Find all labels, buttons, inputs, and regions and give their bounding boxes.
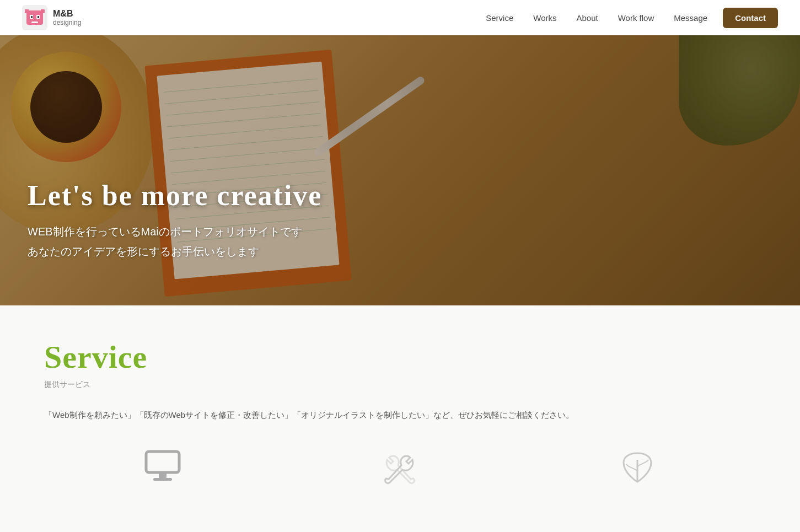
service-icon-fix — [380, 449, 419, 487]
contact-button[interactable]: Contact — [723, 8, 778, 28]
svg-rect-5 — [37, 16, 39, 18]
hero-subtitle: WEB制作を行っているMaiのポートフォリオサイトです あなたのアイデアを形にす… — [28, 222, 322, 261]
service-title-en: Service — [44, 338, 756, 375]
nav-works[interactable]: Works — [524, 9, 565, 27]
svg-rect-9 — [146, 452, 179, 472]
hero-overlay — [0, 35, 800, 305]
svg-rect-4 — [31, 16, 33, 18]
brand-sub: designing — [53, 19, 81, 26]
wrench-icon — [380, 449, 419, 487]
nav-service[interactable]: Service — [477, 9, 522, 27]
svg-rect-11 — [153, 478, 172, 481]
logo-icon — [22, 5, 47, 30]
hero-subtitle-line2: あなたのアイデアを形にするお手伝いをします — [28, 245, 259, 257]
service-description: 「Web制作を頼みたい」「既存のWebサイトを修正・改善したい」「オリジナルイラ… — [44, 407, 756, 422]
svg-rect-10 — [159, 472, 167, 478]
logo-link[interactable]: M&B designing — [22, 5, 81, 30]
hero-title: Let's be more creative — [28, 179, 322, 212]
service-section: Service 提供サービス 「Web制作を頼みたい」「既存のWebサイトを修正… — [0, 305, 800, 509]
hero-subtitle-line1: WEB制作を行っているMaiのポートフォリオサイトです — [28, 225, 302, 238]
service-title-jp: 提供サービス — [44, 380, 756, 390]
site-header: M&B designing Service Works About Work f… — [0, 0, 800, 35]
svg-rect-7 — [25, 9, 29, 13]
main-nav: Service Works About Work flow Message Co… — [477, 8, 778, 28]
hero-content: Let's be more creative WEB制作を行っているMaiのポー… — [28, 179, 322, 261]
nav-about[interactable]: About — [568, 9, 607, 27]
nav-message[interactable]: Message — [665, 9, 716, 27]
brand-name: M&B — [53, 8, 81, 19]
svg-rect-6 — [31, 22, 38, 23]
svg-rect-8 — [41, 9, 45, 13]
monitor-icon — [143, 449, 182, 482]
service-icon-web — [143, 449, 182, 487]
leaf-icon — [618, 449, 657, 487]
nav-workflow[interactable]: Work flow — [609, 9, 663, 27]
hero-section: Let's be more creative WEB制作を行っているMaiのポー… — [0, 35, 800, 305]
service-icons-row — [44, 449, 756, 487]
service-icon-illustration — [618, 449, 657, 487]
